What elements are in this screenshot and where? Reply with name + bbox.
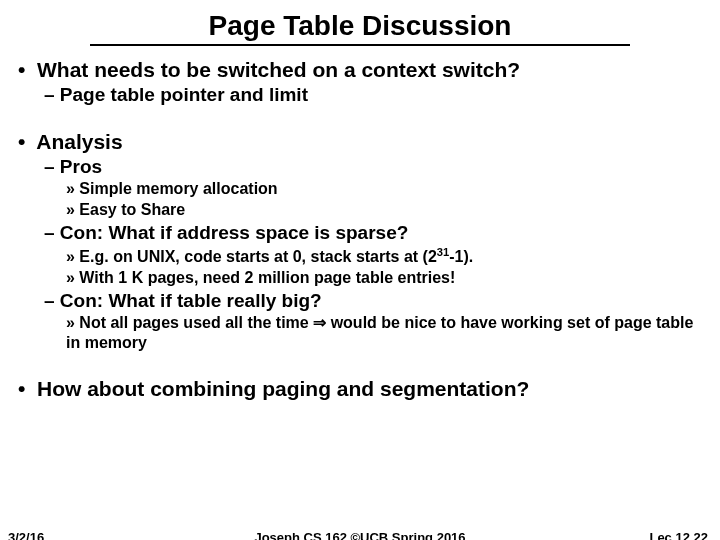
bullet-level3: » Not all pages used all the time ⇒ woul… [66, 313, 702, 353]
slide-title: Page Table Discussion [18, 10, 702, 42]
bullet-text: Not all pages used all the time [79, 314, 313, 331]
footer-course: Joseph CS 162 ©UCB Spring 2016 [0, 530, 720, 540]
bullet-text: Easy to Share [79, 201, 185, 218]
bullet-text: With 1 K pages, need 2 million page tabl… [79, 269, 455, 286]
bullet-level1: • How about combining paging and segment… [18, 377, 702, 401]
bullet-text: -1). [449, 248, 473, 265]
bullet-text: Pros [60, 156, 102, 177]
bullet-level2: – Pros [44, 156, 702, 178]
bullet-level1: • What needs to be switched on a context… [18, 58, 702, 82]
slide: Page Table Discussion • What needs to be… [0, 0, 720, 540]
bullet-level2: – Con: What if table really big? [44, 290, 702, 312]
title-underline [90, 44, 630, 46]
bullet-level2: – Con: What if address space is sparse? [44, 222, 702, 244]
spacer [18, 353, 702, 371]
bullet-text: Page table pointer and limit [60, 84, 308, 105]
bullet-text: Con: What if address space is sparse? [60, 222, 408, 243]
bullet-text: Analysis [36, 130, 122, 153]
bullet-level3: » With 1 K pages, need 2 million page ta… [66, 268, 702, 288]
implies-symbol: ⇒ [313, 314, 326, 331]
bullet-level1: • Analysis [18, 130, 702, 154]
bullet-level3: » Simple memory allocation [66, 179, 702, 199]
bullet-text: What needs to be switched on a context s… [37, 58, 520, 81]
spacer [18, 106, 702, 124]
bullet-text: How about combining paging and segmentat… [37, 377, 529, 400]
footer-lecture: Lec 12.22 [649, 530, 708, 540]
bullet-level3: » E.g. on UNIX, code starts at 0, stack … [66, 245, 702, 267]
bullet-text: Con: What if table really big? [60, 290, 322, 311]
bullet-level3: » Easy to Share [66, 200, 702, 220]
bullet-level2: – Page table pointer and limit [44, 84, 702, 106]
bullet-text: E.g. on UNIX, code starts at 0, stack st… [79, 248, 436, 265]
superscript: 31 [437, 246, 449, 258]
bullet-text: Simple memory allocation [79, 180, 277, 197]
